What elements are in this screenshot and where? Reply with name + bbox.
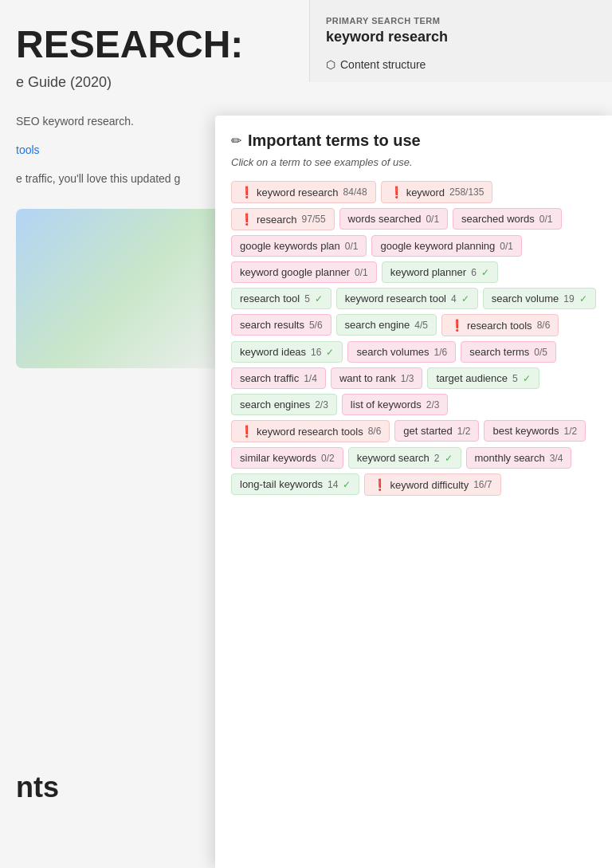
terms-container: ❗keyword research84/48❗keyword258/135❗re… (231, 181, 596, 496)
content-structure-icon: ⬡ (326, 58, 335, 71)
term-count: 2 (434, 453, 440, 464)
alert-icon: ❗ (240, 425, 253, 438)
term-tag[interactable]: searched words0/1 (453, 208, 561, 230)
term-text: research (257, 214, 297, 226)
term-tag[interactable]: similar keywords0/2 (231, 447, 343, 469)
term-text: target audience (436, 372, 508, 384)
bg-image (16, 209, 239, 368)
term-text: searched words (461, 213, 535, 225)
content-structure-button[interactable]: ⬡ Content structure (326, 55, 426, 74)
term-tag[interactable]: ❗keyword258/135 (381, 181, 493, 203)
term-text: keyword research tools (257, 426, 363, 438)
alert-icon: ❗ (240, 213, 253, 226)
term-tag[interactable]: ❗keyword research84/48 (231, 181, 376, 203)
term-text: research tool (240, 293, 300, 304)
term-text: list of keywords (351, 399, 422, 410)
alert-icon: ❗ (240, 186, 253, 198)
term-tag[interactable]: monthly search3/4 (466, 447, 572, 469)
bg-bottom-text: nts (16, 771, 59, 804)
term-text: want to rank (339, 372, 396, 384)
term-tag[interactable]: search volumes1/6 (347, 341, 456, 363)
term-tag[interactable]: search traffic1/4 (231, 367, 326, 389)
term-text: search volumes (356, 346, 429, 358)
term-tag[interactable]: google keyword planning0/1 (371, 235, 522, 257)
term-tag[interactable]: ❗research tools8/6 (441, 314, 559, 336)
term-text: similar keywords (240, 452, 316, 464)
panel-title: Important terms to use (248, 132, 421, 150)
term-text: keyword research tool (345, 293, 446, 304)
term-count: 0/1 (500, 241, 513, 252)
check-icon: ✓ (326, 347, 334, 358)
alert-icon: ❗ (390, 186, 403, 198)
panel-subtitle: Click on a term to see examples of use. (231, 156, 596, 168)
term-text: google keyword planning (380, 240, 495, 252)
term-count: 1/2 (457, 426, 471, 437)
term-text: keyword google planner (240, 266, 350, 278)
term-count: 5 (304, 293, 310, 304)
check-icon: ✓ (461, 293, 469, 304)
term-text: keyword search (357, 452, 430, 464)
term-text: search engine (345, 319, 410, 331)
term-tag[interactable]: search engine4/5 (336, 314, 437, 336)
check-icon: ✓ (315, 293, 323, 304)
term-tag[interactable]: keyword search2✓ (348, 447, 461, 469)
term-text: search traffic (240, 372, 299, 384)
term-tag[interactable]: keyword ideas16✓ (231, 341, 343, 363)
term-text: search engines (240, 399, 310, 410)
term-tag[interactable]: search terms0/5 (461, 341, 556, 363)
term-tag[interactable]: ❗research97/55 (231, 208, 335, 230)
term-tag[interactable]: ❗keyword research tools8/6 (231, 420, 390, 442)
term-text: search results (240, 319, 304, 331)
term-text: search terms (469, 346, 529, 358)
term-tag[interactable]: search engines2/3 (231, 394, 337, 415)
term-tag[interactable]: research tool5✓ (231, 288, 332, 309)
alert-icon: ❗ (373, 478, 386, 491)
term-text: keyword planner (390, 266, 466, 278)
term-text: words searched (348, 213, 422, 225)
term-count: 1/6 (434, 347, 448, 358)
term-count: 0/2 (321, 453, 335, 464)
term-tag[interactable]: search results5/6 (231, 314, 332, 336)
term-count: 14 (328, 479, 338, 490)
term-tag[interactable]: search volume19✓ (483, 288, 596, 309)
term-tag[interactable]: target audience5✓ (427, 367, 539, 389)
term-tag[interactable]: words searched0/1 (339, 208, 448, 230)
primary-search-label: PRIMARY SEARCH TERM (326, 16, 596, 26)
term-tag[interactable]: keyword google planner0/1 (231, 261, 377, 283)
term-count: 258/135 (449, 187, 484, 198)
term-tag[interactable]: get started1/2 (394, 420, 479, 442)
term-tag[interactable]: best keywords1/2 (484, 420, 586, 442)
content-structure-label: Content structure (340, 58, 426, 71)
term-tag[interactable]: ❗keyword difficulty16/7 (364, 473, 500, 496)
term-count: 1/3 (401, 373, 414, 384)
term-count: 8/6 (368, 426, 382, 437)
term-count: 6 (471, 267, 477, 278)
main-panel: ✏ Important terms to use Click on a term… (215, 116, 612, 868)
term-count: 2/3 (315, 399, 328, 410)
term-text: research tools (467, 320, 532, 332)
term-count: 5/6 (309, 320, 323, 331)
term-count: 0/1 (355, 267, 368, 278)
term-tag[interactable]: google keywords plan0/1 (231, 235, 367, 257)
check-icon: ✓ (481, 267, 489, 278)
term-tag[interactable]: keyword research tool4✓ (336, 288, 478, 309)
term-tag[interactable]: want to rank1/3 (331, 367, 423, 389)
term-count: 0/1 (345, 241, 359, 252)
term-count: 1/4 (304, 373, 317, 384)
term-count: 16/7 (473, 479, 492, 490)
primary-search-value: keyword research (326, 29, 596, 45)
alert-icon: ❗ (450, 319, 464, 332)
panel-header: ✏ Important terms to use (231, 132, 596, 150)
term-text: get started (403, 425, 452, 437)
term-count: 19 (563, 293, 574, 304)
term-count: 2/3 (426, 399, 440, 410)
term-text: google keywords plan (240, 240, 340, 252)
term-text: keyword research (257, 187, 339, 198)
term-count: 4/5 (414, 320, 428, 331)
term-tag[interactable]: list of keywords2/3 (342, 394, 449, 415)
edit-icon: ✏ (231, 133, 241, 148)
term-text: best keywords (492, 425, 559, 437)
term-tag[interactable]: long-tail keywords14✓ (231, 473, 359, 495)
term-count: 0/5 (534, 347, 547, 358)
term-tag[interactable]: keyword planner6✓ (382, 261, 498, 283)
